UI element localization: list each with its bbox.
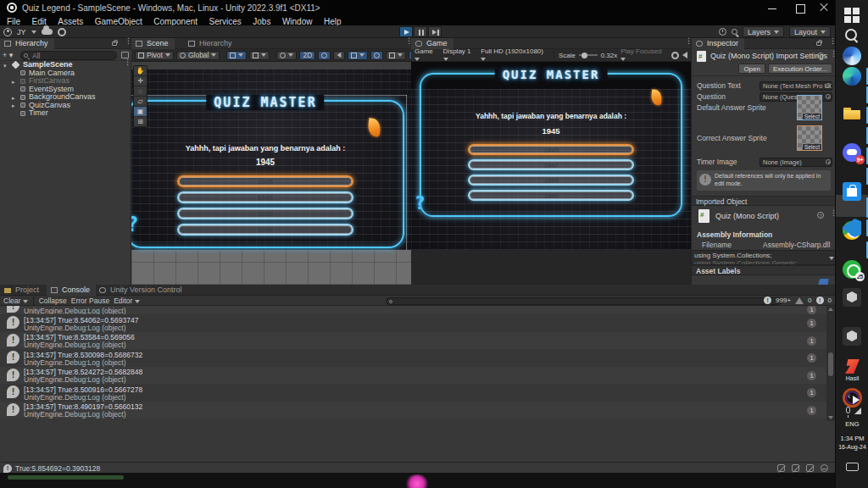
- scale-tool[interactable]: ▱: [134, 97, 147, 107]
- account-icon[interactable]: [3, 28, 12, 36]
- touch-keyboard-icon[interactable]: [846, 463, 859, 471]
- effects-toggle[interactable]: [348, 51, 368, 60]
- close-button[interactable]: [819, 3, 829, 13]
- tab-console[interactable]: Console: [47, 285, 96, 296]
- edge-browser-icon[interactable]: [843, 67, 861, 86]
- editor-dropdown[interactable]: Editor: [114, 297, 140, 305]
- game-target-dropdown[interactable]: Game: [415, 47, 440, 63]
- lock-icon[interactable]: [112, 42, 117, 46]
- tab-project[interactable]: Project: [0, 285, 45, 296]
- transform-tool[interactable]: ⊞: [134, 117, 147, 127]
- whatsapp-icon[interactable]: 25: [843, 260, 861, 279]
- progress-status-icon[interactable]: [821, 464, 828, 472]
- error-pause-toggle[interactable]: Error Pause: [71, 297, 109, 305]
- 2d-toggle[interactable]: 2D: [299, 51, 315, 60]
- app-swirl-icon[interactable]: [843, 47, 861, 65]
- log-entry[interactable]: [13:34:57] True:8.500916=0.5667278 Unity…: [0, 384, 826, 402]
- log-entry[interactable]: [13:34:57] True:8.54062=0.5693747 UnityE…: [0, 314, 826, 332]
- layout-dropdown[interactable]: Layout: [789, 26, 831, 37]
- minimize-button[interactable]: [767, 3, 777, 13]
- open-button[interactable]: Open: [738, 64, 765, 74]
- warning-count-icon[interactable]: [795, 297, 804, 304]
- audio-toggle[interactable]: [333, 51, 345, 60]
- panel-menu-icon[interactable]: [685, 40, 687, 47]
- log-entry[interactable]: [13:34:57] True:8.524272=0.5682848 Unity…: [0, 367, 826, 385]
- game-settings-gear-icon[interactable]: [671, 52, 679, 59]
- clock-time[interactable]: 1:34 PM: [836, 435, 868, 442]
- mute-audio-icon[interactable]: [682, 52, 687, 58]
- play-focused-dropdown[interactable]: Play Focused: [620, 47, 668, 63]
- lighting-toggle[interactable]: [318, 51, 331, 60]
- object-picker-icon[interactable]: [826, 94, 831, 99]
- rect-tool[interactable]: ▣: [134, 107, 147, 117]
- step-button[interactable]: [428, 26, 442, 37]
- log-entry[interactable]: [13:34:57] True:8.530098=0.5686732 Unity…: [0, 349, 826, 367]
- resolution-dropdown[interactable]: Full HD (1920x1080): [481, 47, 549, 63]
- search-icon[interactable]: [732, 29, 737, 35]
- tab-inspector[interactable]: Inspector: [692, 38, 744, 49]
- correct-answer-sprite-thumbnail[interactable]: Select: [797, 125, 822, 151]
- error-count[interactable]: 0: [828, 297, 832, 304]
- warning-count[interactable]: 0: [808, 297, 811, 304]
- show-hidden-icons-chevron[interactable]: ‹: [848, 391, 850, 401]
- account-name[interactable]: JY: [17, 28, 26, 36]
- hasil-app-icon[interactable]: [845, 359, 860, 374]
- grid-snap-button[interactable]: [226, 51, 247, 60]
- error-count-icon[interactable]: !: [816, 297, 824, 304]
- rotate-tool[interactable]: ◌: [134, 86, 147, 97]
- tab-hierarchy-secondary[interactable]: Hierarchy: [184, 38, 238, 49]
- microphone-icon[interactable]: [846, 407, 850, 413]
- default-answer-sprite-thumbnail[interactable]: Select: [797, 95, 822, 120]
- language-indicator[interactable]: ENG: [836, 420, 868, 428]
- timer-image-field[interactable]: None (Image): [760, 158, 832, 167]
- question-text-field[interactable]: None (Text Mesh Pro UGUI): [760, 81, 832, 91]
- collapse-toggle[interactable]: Collapse: [39, 297, 67, 305]
- execution-order-button[interactable]: Execution Order...: [768, 64, 832, 74]
- taskbar-search-icon[interactable]: [843, 26, 861, 45]
- media-player-icon[interactable]: [844, 390, 860, 406]
- global-toggle[interactable]: Global: [176, 51, 220, 60]
- pivot-toggle[interactable]: Pivot: [135, 51, 174, 60]
- log-entry[interactable]: [13:34:57] True:8.53584=0.569056 UnityEn…: [0, 332, 826, 350]
- scene-viewport[interactable]: QUIZ MASTER Yahhh, tapi jawaban yang ben…: [131, 62, 411, 285]
- network-icon[interactable]: [854, 408, 861, 414]
- scale-slider[interactable]: [579, 54, 598, 56]
- status-bar[interactable]: True:5.854692=0.3903128: [0, 462, 835, 473]
- game-viewport[interactable]: QUIZ MASTER Yahhh, tapi jawaban yang ben…: [411, 62, 691, 285]
- file-explorer-icon[interactable]: [843, 104, 861, 123]
- tab-unity-version-control[interactable]: Unity Version Control: [95, 285, 188, 296]
- tree-row-timer[interactable]: Timer: [0, 109, 131, 118]
- help-icon[interactable]: ?: [817, 53, 824, 59]
- answer-option-1[interactable]: 1945: [177, 175, 353, 187]
- display-dropdown[interactable]: Display 1: [443, 47, 478, 63]
- scene-visibility-toggle[interactable]: [370, 51, 383, 60]
- hierarchy-search-input[interactable]: All: [20, 51, 117, 60]
- undo-history-icon[interactable]: [719, 28, 726, 36]
- console-scrollbar[interactable]: [826, 306, 835, 421]
- answer-option-1[interactable]: 1945: [468, 144, 634, 155]
- account-dropdown-caret[interactable]: [31, 30, 36, 34]
- log-entry[interactable]: [13:34:57] True:8.490197=0.5660132 Unity…: [0, 402, 826, 419]
- panel-menu-icon[interactable]: [405, 40, 408, 47]
- maximize-button[interactable]: [795, 3, 805, 13]
- cloud-disabled-icon[interactable]: [792, 464, 799, 472]
- microsoft-store-icon[interactable]: [843, 182, 861, 201]
- component-menu-icon[interactable]: [830, 212, 832, 219]
- panel-menu-icon[interactable]: [125, 40, 127, 47]
- scene-menu-icon[interactable]: [124, 61, 126, 69]
- notifications-muted-icon[interactable]: [777, 464, 785, 472]
- start-button-icon[interactable]: [843, 6, 861, 25]
- cloud-icon[interactable]: [42, 29, 53, 35]
- snap-increment-button[interactable]: [249, 51, 270, 60]
- pause-button[interactable]: [414, 26, 427, 37]
- services-gear-icon[interactable]: [58, 28, 66, 36]
- clock-date[interactable]: 16-Aug-24: [836, 444, 868, 450]
- answer-option-2[interactable]: 1947: [468, 159, 634, 170]
- add-object-button[interactable]: + ▾: [3, 51, 17, 59]
- discord-icon[interactable]: 9+: [843, 143, 861, 162]
- answer-option-2[interactable]: 1947: [177, 191, 353, 203]
- collab-disabled-icon[interactable]: [806, 464, 814, 472]
- unity-editor-icon[interactable]: [843, 327, 861, 346]
- move-tool[interactable]: ✛: [134, 76, 147, 86]
- object-picker-icon[interactable]: [826, 83, 831, 88]
